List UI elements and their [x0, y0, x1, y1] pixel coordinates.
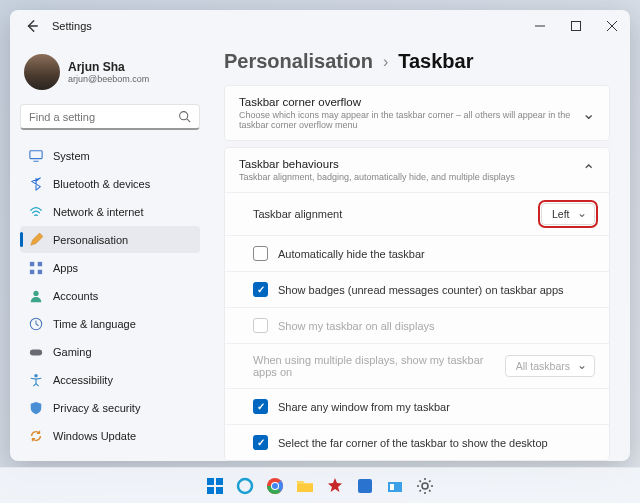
profile[interactable]: Arjun Sha arjun@beebom.com — [20, 50, 200, 98]
section-subtitle: Taskbar alignment, badging, automaticall… — [239, 172, 515, 182]
taskbar-app-icon[interactable] — [383, 474, 407, 498]
checkbox-far-corner[interactable] — [253, 435, 268, 450]
sidebar-item-network[interactable]: Network & internet — [20, 198, 200, 225]
svg-rect-4 — [37, 261, 41, 265]
taskbar-chrome-icon[interactable] — [263, 474, 287, 498]
shield-icon — [28, 400, 43, 415]
taskbar-app-icon[interactable] — [323, 474, 347, 498]
sidebar-item-label: Accessibility — [53, 374, 113, 386]
section-title: Taskbar corner overflow — [239, 96, 582, 108]
chevron-down-icon: ⌄ — [582, 104, 595, 123]
row-label: Show my taskbar on all displays — [278, 320, 595, 332]
sidebar-item-label: Personalisation — [53, 234, 128, 246]
svg-rect-0 — [572, 22, 581, 31]
taskbar[interactable] — [0, 467, 640, 503]
svg-point-1 — [180, 112, 188, 120]
sidebar-item-label: Accounts — [53, 290, 98, 302]
row-share-window[interactable]: Share any window from my taskbar — [225, 388, 609, 424]
sidebar: Arjun Sha arjun@beebom.com System Blueto… — [10, 42, 210, 461]
sidebar-item-label: System — [53, 150, 90, 162]
row-label: When using multiple displays, show my ta… — [253, 354, 505, 378]
row-badges[interactable]: Show badges (unread messages counter) on… — [225, 271, 609, 307]
svg-rect-22 — [358, 479, 372, 493]
sidebar-item-bluetooth[interactable]: Bluetooth & devices — [20, 170, 200, 197]
taskbar-settings-icon[interactable] — [413, 474, 437, 498]
sidebar-item-label: Windows Update — [53, 430, 136, 442]
personalisation-icon — [28, 232, 43, 247]
search-icon — [178, 110, 191, 123]
multi-show-dropdown: All taskbars — [505, 355, 595, 377]
taskbar-explorer-icon[interactable] — [293, 474, 317, 498]
row-all-displays: Show my taskbar on all displays — [225, 307, 609, 343]
gaming-icon — [28, 344, 43, 359]
search-input[interactable] — [29, 111, 178, 123]
checkbox-autohide[interactable] — [253, 246, 268, 261]
chevron-up-icon: ⌃ — [582, 161, 595, 180]
checkbox-badges[interactable] — [253, 282, 268, 297]
apps-icon — [28, 260, 43, 275]
taskbar-app-icon[interactable] — [233, 474, 257, 498]
svg-rect-11 — [207, 478, 214, 485]
section-title: Taskbar behaviours — [239, 158, 515, 170]
svg-rect-9 — [29, 349, 41, 355]
row-label: Taskbar alignment — [253, 208, 541, 220]
search-box[interactable] — [20, 104, 200, 130]
nav-menu: System Bluetooth & devices Network & int… — [20, 142, 200, 449]
chevron-right-icon: › — [383, 53, 388, 71]
back-button[interactable] — [22, 16, 42, 36]
sidebar-item-update[interactable]: Windows Update — [20, 422, 200, 449]
svg-point-10 — [34, 373, 38, 377]
sidebar-item-time[interactable]: Time & language — [20, 310, 200, 337]
start-button[interactable] — [203, 474, 227, 498]
sidebar-item-accessibility[interactable]: Accessibility — [20, 366, 200, 393]
svg-point-15 — [238, 479, 252, 493]
svg-point-7 — [33, 290, 38, 295]
titlebar: Settings — [10, 10, 630, 42]
sidebar-item-label: Gaming — [53, 346, 92, 358]
taskbar-app-icon[interactable] — [353, 474, 377, 498]
main-content: Personalisation › Taskbar Taskbar corner… — [210, 42, 630, 461]
svg-rect-6 — [37, 269, 41, 273]
svg-rect-3 — [29, 261, 33, 265]
accounts-icon — [28, 288, 43, 303]
section-corner-overflow: Taskbar corner overflow Choose which ico… — [224, 85, 610, 141]
breadcrumb-parent[interactable]: Personalisation — [224, 50, 373, 73]
sidebar-item-system[interactable]: System — [20, 142, 200, 169]
row-multi-show: When using multiple displays, show my ta… — [225, 343, 609, 388]
row-label: Select the far corner of the taskbar to … — [278, 437, 595, 449]
section-header-behaviours[interactable]: Taskbar behaviours Taskbar alignment, ba… — [225, 148, 609, 192]
section-header-overflow[interactable]: Taskbar corner overflow Choose which ico… — [225, 86, 609, 140]
accessibility-icon — [28, 372, 43, 387]
network-icon — [28, 204, 43, 219]
clock-icon — [28, 316, 43, 331]
sidebar-item-privacy[interactable]: Privacy & security — [20, 394, 200, 421]
row-label: Share any window from my taskbar — [278, 401, 595, 413]
maximize-button[interactable] — [558, 12, 594, 40]
alignment-dropdown[interactable]: Left — [541, 203, 595, 225]
system-icon — [28, 148, 43, 163]
checkbox-share-window[interactable] — [253, 399, 268, 414]
svg-rect-21 — [297, 484, 313, 492]
sidebar-item-accounts[interactable]: Accounts — [20, 282, 200, 309]
svg-rect-13 — [207, 487, 214, 494]
row-autohide[interactable]: Automatically hide the taskbar — [225, 235, 609, 271]
breadcrumb-current: Taskbar — [398, 50, 473, 73]
row-label: Automatically hide the taskbar — [278, 248, 595, 260]
row-label: Show badges (unread messages counter) on… — [278, 284, 595, 296]
sidebar-item-gaming[interactable]: Gaming — [20, 338, 200, 365]
profile-email: arjun@beebom.com — [68, 74, 149, 84]
minimize-button[interactable] — [522, 12, 558, 40]
close-button[interactable] — [594, 12, 630, 40]
checkbox-all-displays — [253, 318, 268, 333]
svg-rect-14 — [216, 487, 223, 494]
row-alignment: Taskbar alignment Left — [225, 192, 609, 235]
sidebar-item-label: Network & internet — [53, 206, 143, 218]
row-far-corner[interactable]: Select the far corner of the taskbar to … — [225, 424, 609, 460]
sidebar-item-apps[interactable]: Apps — [20, 254, 200, 281]
svg-rect-12 — [216, 478, 223, 485]
window-title: Settings — [52, 20, 92, 32]
svg-rect-2 — [29, 150, 41, 158]
sidebar-item-personalisation[interactable]: Personalisation — [20, 226, 200, 253]
sidebar-item-label: Time & language — [53, 318, 136, 330]
settings-window: Settings Arjun Sha arjun@beebom.com Syst… — [10, 10, 630, 461]
